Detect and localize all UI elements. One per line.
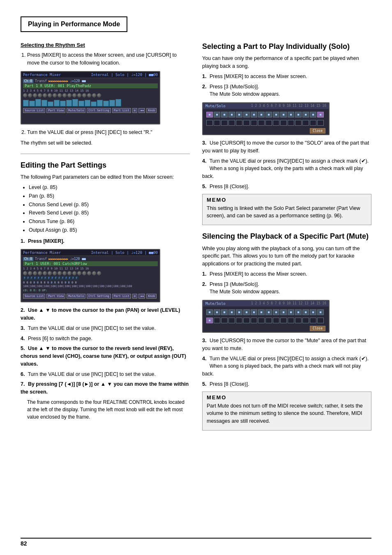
editing-section: Editing the Part Settings The following …: [21, 161, 190, 421]
editing-params: Level (p. 85) Pan (p. 85) Chorus Send Le…: [29, 184, 190, 234]
edit-step-4: 4. Press [6] to switch the page.: [21, 335, 190, 343]
mute-intro: While you play along with the playback o…: [202, 245, 371, 268]
screen1-titlebar: Performance Mixer Internal | Solo | ♩=12…: [21, 72, 159, 78]
mute-section: Silencing the Playback of a Specific Par…: [202, 232, 371, 431]
screen1-content: Ch:B Transf ▶▶▶▶▶▶▶▶▶▶ ♩=120 ■■ Part 1 R…: [21, 78, 159, 114]
solo-title: Selecting a Part to Play Individually (S…: [202, 42, 371, 51]
edit-step-2: 2. Use ▲ ▼ to move the cursor to the pan…: [21, 306, 190, 322]
mute-step-4: 4. Turn the VALUE dial or press [INC]/[D…: [202, 355, 371, 378]
mute-solo-screen-1: Mute/Solo 1 2 3 4 5 6 7 8 9 10 11 12 13 …: [202, 102, 330, 135]
rhythm-set-steps-2: Turn the VALUE dial or press [INC] [DEC]…: [27, 129, 190, 136]
screen1-knobs: [23, 93, 158, 97]
screen2-titlebar: Performance Mixer Internal | Solo | ♩=12…: [21, 250, 159, 256]
page-footer: 82: [21, 538, 371, 547]
step7-note: The frame corresponds to the four REALTI…: [27, 398, 190, 421]
solo-step-4: 4. Turn the VALUE dial or press [INC]/[D…: [202, 157, 371, 180]
editing-intro: The following Part parameters can be edi…: [21, 173, 190, 181]
mixer-screen-1: Performance Mixer Internal | Solo | ♩=12…: [21, 71, 160, 124]
screen1-buttons: Source List Part View Mute/Solo Ctrl Set…: [23, 108, 158, 113]
rhythm-step-1: Press [MIXER] to access the Mixer screen…: [27, 51, 190, 67]
param-level: Level (p. 85): [29, 184, 190, 191]
rhythm-step-2: Turn the VALUE dial or press [INC] [DEC]…: [27, 129, 190, 136]
solo-row: ■ ■ ■ ■ ■ ■ ■ ■ ■ ■ ■ ■ ■: [205, 111, 327, 119]
param-pan: Pan (p. 85): [29, 192, 190, 200]
close-button-2[interactable]: Close: [310, 326, 325, 331]
mute-step-3: 3. Use [CURSOR] to move the cursor to th…: [202, 337, 371, 352]
param-reverb: Reverb Send Level (p. 85): [29, 209, 190, 217]
param-chorus: Chorus Send Level (p. 85): [29, 201, 190, 209]
page-header: Playing in Performance Mode: [21, 16, 127, 32]
mute-memo-title: MEMO: [207, 394, 367, 401]
edit-step-1: 1. Press [MIXER].: [21, 237, 190, 245]
solo-step-1: 1. Press [MIXER] to access the Mixer scr…: [202, 73, 371, 81]
solo-step-5: 5. Press [8 (Close)].: [202, 183, 371, 191]
mute-solo-screen-2: Mute/Solo 1 2 3 4 5 6 7 8 9 10 11 12 13 …: [202, 300, 330, 333]
rhythm-set-section: Selecting the Rhythm Set Press [MIXER] t…: [21, 42, 190, 147]
divider-1: [21, 154, 190, 154]
param-output: Output Assign (p. 85): [29, 226, 190, 234]
rhythm-set-title: Selecting the Rhythm Set: [21, 42, 190, 48]
param-chorus-tune: Chorus Tune (p. 86): [29, 218, 190, 226]
close-button-1[interactable]: Close: [310, 128, 325, 134]
page-number: 82: [21, 540, 27, 547]
editing-title: Editing the Part Settings: [21, 161, 190, 170]
page-container: Playing in Performance Mode Selecting th…: [0, 0, 392, 555]
mute-step-2: 2. Press [3 (Mute/Solo)]. The Mute Solo …: [202, 281, 371, 296]
mute-memo-text: Part Mute does not turn off the MIDI rec…: [207, 402, 367, 425]
solo-memo-text: This setting is linked with the Solo Par…: [207, 205, 367, 220]
mute-screen2-title: Mute/Solo 1 2 3 4 5 6 7 8 9 10 11 12 13 …: [203, 301, 329, 306]
screen2-knobs: [23, 271, 158, 275]
screen2-content: Ch:B Transf ▶▶▶▶▶▶▶▶▶▶ ♩=120 ■■ Part 1 U…: [21, 256, 159, 300]
rhythm-set-steps: Press [MIXER] to access the Mixer screen…: [27, 51, 190, 67]
mute-row-2: ■: [205, 316, 327, 325]
edit-step-3: 3. Turn the VALUE dial or use [INC] [DEC…: [21, 325, 190, 332]
edit-step-6: 6. Turn the VALUE dial or use [INC] [DEC…: [21, 371, 190, 378]
edit-step-7: 7. By pressing [7 (◄)] [8 (►)] or ▲ ▼ yo…: [21, 380, 190, 396]
rhythm-set-note: The rhythm set will be selected.: [21, 139, 190, 147]
solo-memo-title: MEMO: [207, 197, 367, 203]
solo-section: Selecting a Part to Play Individually (S…: [202, 42, 371, 225]
solo-memo: MEMO This setting is linked with the Sol…: [202, 194, 371, 226]
solo-step-2: 2. Press [3 (Mute/Solo)]. The Mute Solo …: [202, 83, 371, 99]
mute-step-5: 5. Press [8 (Close)].: [202, 380, 371, 388]
mute-screen1-title: Mute/Solo 1 2 3 4 5 6 7 8 9 10 11 12 13 …: [203, 103, 329, 109]
mute-step-1: 1. Press [MIXER] to access the Mixer scr…: [202, 270, 371, 278]
page-title: Playing in Performance Mode: [28, 21, 120, 28]
solo-intro: You can have only the performance of a s…: [202, 55, 371, 70]
mute-row-1: [205, 119, 327, 127]
mute-title: Silencing the Playback of a Specific Par…: [202, 232, 371, 241]
screen1-bars: [23, 98, 158, 106]
mute-memo: MEMO Part Mute does not turn off the MID…: [202, 391, 371, 431]
edit-step-5: 5. Use ▲ ▼ to move the cursor to the rev…: [21, 345, 190, 368]
screen2-buttons: Source List Part View Mute/Solo Ctrl Set…: [23, 294, 158, 299]
solo-step-3: 3. Use [CURSOR] to move the cursor to th…: [202, 139, 371, 155]
two-column-layout: Selecting the Rhythm Set Press [MIXER] t…: [21, 42, 371, 434]
solo-row-2: ■ ■ ■ ■ ■ ■ ■ ■ ■ ■ ■ ■ ■: [205, 308, 327, 316]
mixer-screen-2: Performance Mixer Internal | Solo | ♩=12…: [21, 249, 160, 302]
left-column: Selecting the Rhythm Set Press [MIXER] t…: [21, 42, 190, 434]
right-column: Selecting a Part to Play Individually (S…: [202, 42, 371, 434]
